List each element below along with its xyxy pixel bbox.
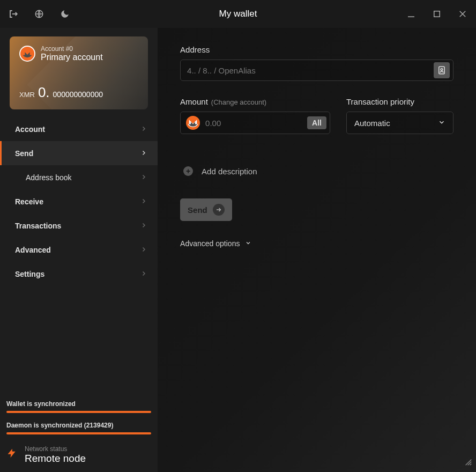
send-button[interactable]: Send bbox=[180, 198, 232, 221]
chevron-right-icon bbox=[140, 197, 147, 206]
sidebar-item-label: Account bbox=[15, 125, 45, 134]
amount-input[interactable] bbox=[205, 119, 307, 128]
send-button-label: Send bbox=[188, 205, 207, 215]
balance-decimal: 000000000000 bbox=[53, 90, 103, 99]
chevron-right-icon bbox=[140, 270, 147, 278]
svg-point-7 bbox=[441, 69, 443, 71]
sidebar-item-receive[interactable]: Receive bbox=[0, 189, 158, 213]
moon-icon[interactable] bbox=[59, 8, 71, 20]
sidebar-item-account[interactable]: Account bbox=[0, 117, 158, 141]
balance-integer: 0. bbox=[38, 84, 50, 101]
minimize-icon[interactable] bbox=[405, 8, 417, 20]
sidebar-item-send[interactable]: Send bbox=[0, 141, 158, 165]
advanced-options-toggle[interactable]: Advanced options bbox=[180, 239, 453, 248]
network-status-value: Remote node bbox=[25, 453, 86, 464]
bolt-icon bbox=[6, 446, 17, 464]
network-status[interactable]: Network status Remote node bbox=[6, 443, 151, 464]
account-card[interactable]: Account #0 Primary account XMR 0.0000000… bbox=[10, 36, 148, 109]
maximize-icon[interactable] bbox=[431, 8, 443, 20]
chevron-right-icon bbox=[140, 222, 147, 230]
address-input[interactable] bbox=[187, 66, 434, 75]
address-label: Address bbox=[180, 45, 453, 54]
chevron-down-icon bbox=[438, 119, 445, 128]
chevron-right-icon bbox=[140, 246, 147, 254]
logout-icon[interactable] bbox=[8, 8, 19, 20]
svg-point-8 bbox=[187, 116, 199, 129]
sidebar-item-advanced[interactable]: Advanced bbox=[0, 238, 158, 262]
amount-label: Amount bbox=[180, 97, 208, 106]
globe-icon[interactable] bbox=[33, 8, 45, 20]
network-status-label: Network status bbox=[25, 445, 86, 453]
svg-rect-2 bbox=[434, 11, 440, 17]
sidebar-item-label: Address book bbox=[26, 173, 72, 182]
wallet-sync-label: Wallet is synchronized bbox=[6, 400, 151, 408]
monero-icon bbox=[186, 116, 200, 130]
change-account-link[interactable]: (Change account) bbox=[211, 98, 266, 106]
add-description-button[interactable]: + Add description bbox=[180, 166, 453, 176]
sidebar-item-label: Send bbox=[15, 149, 33, 158]
sidebar-item-label: Receive bbox=[15, 197, 43, 206]
chevron-right-icon bbox=[140, 125, 147, 134]
all-button[interactable]: All bbox=[307, 116, 326, 129]
account-number: Account #0 bbox=[41, 45, 103, 53]
priority-value: Automatic bbox=[354, 119, 390, 128]
priority-label: Transaction priority bbox=[346, 97, 453, 106]
advanced-options-label: Advanced options bbox=[180, 239, 240, 248]
sidebar-item-label: Advanced bbox=[15, 246, 51, 254]
plus-icon: + bbox=[183, 166, 193, 176]
address-book-button[interactable] bbox=[434, 62, 450, 78]
close-icon[interactable] bbox=[457, 8, 468, 20]
chevron-down-icon bbox=[245, 239, 251, 248]
sidebar-item-settings[interactable]: Settings bbox=[0, 262, 158, 286]
arrow-right-icon bbox=[213, 204, 225, 216]
add-description-label: Add description bbox=[202, 167, 257, 176]
chevron-right-icon bbox=[140, 173, 147, 182]
monero-logo-icon bbox=[19, 46, 35, 62]
sidebar-item-address-book[interactable]: Address book bbox=[0, 165, 158, 189]
daemon-sync-bar bbox=[6, 432, 151, 434]
sidebar-item-transactions[interactable]: Transactions bbox=[0, 213, 158, 238]
resize-handle-icon[interactable] bbox=[464, 458, 473, 469]
window-title: My wallet bbox=[71, 9, 405, 19]
priority-select[interactable]: Automatic bbox=[346, 112, 453, 134]
daemon-sync-label: Daemon is synchronized (2139429) bbox=[6, 422, 151, 429]
wallet-sync-bar bbox=[6, 411, 151, 413]
sidebar-item-label: Settings bbox=[15, 270, 44, 278]
chevron-right-icon bbox=[140, 149, 147, 158]
sidebar-item-label: Transactions bbox=[15, 222, 61, 230]
currency-label: XMR bbox=[19, 91, 35, 99]
account-name: Primary account bbox=[41, 53, 103, 62]
